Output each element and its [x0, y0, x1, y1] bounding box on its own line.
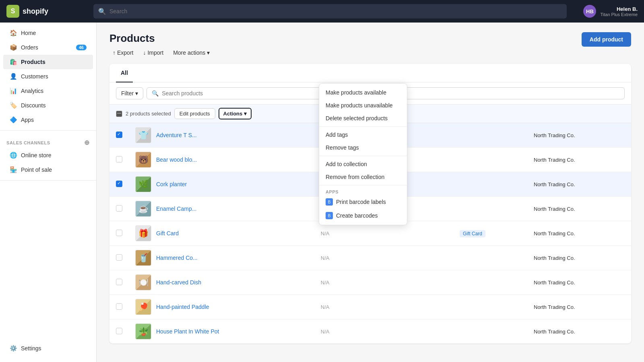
edit-products-button[interactable]: Edit products [174, 108, 215, 119]
vendor-8: North Trading Co. [534, 304, 575, 310]
products-icon: 🛍️ [10, 58, 17, 66]
row-checkbox-7[interactable] [116, 279, 122, 285]
sidebar-channel-label-online-store: Online store [21, 152, 51, 158]
logo[interactable]: S shopify [6, 5, 87, 18]
sidebar-item-point-of-sale[interactable]: 🏪 Point of sale [3, 162, 93, 177]
product-name-8[interactable]: Hand-painted Paddle [156, 304, 209, 310]
stock-na: N/A [321, 329, 330, 335]
create-barcodes-label: Create barcodes [336, 212, 378, 219]
product-info-cell: 👕 Adventure T S... [135, 127, 308, 143]
product-name-9[interactable]: House Plant In White Pot [156, 328, 219, 335]
stock-na: N/A [321, 230, 330, 237]
vendor-5: North Trading Co. [534, 230, 575, 237]
product-name-2[interactable]: Bear wood blo... [156, 156, 197, 163]
filter-button[interactable]: Filter ▾ [116, 87, 143, 99]
main-layout: 🏠 Home 📦 Orders 46 🛍️ Products 👤 Custome… [0, 23, 644, 362]
product-info-cell: 🪴 House Plant In White Pot [135, 323, 308, 339]
row-checkbox-8[interactable] [116, 303, 122, 310]
sidebar-item-online-store[interactable]: 🌐 Online store [3, 148, 93, 162]
filter-label: Filter [121, 90, 134, 97]
row-checkbox-1[interactable] [116, 132, 122, 138]
home-icon: 🏠 [10, 29, 17, 37]
sidebar-item-apps[interactable]: 🔷 Apps [3, 113, 93, 127]
product-name-1[interactable]: Adventure T S... [156, 132, 197, 138]
sidebar-divider-2 [0, 180, 96, 181]
import-button[interactable]: ↓ Import [140, 48, 167, 58]
print-barcode-label: Print barcode labels [336, 199, 386, 205]
product-info-cell: 🌿 Cork planter [135, 176, 308, 192]
orders-badge: 46 [76, 45, 87, 50]
sidebar-item-customers[interactable]: 👤 Customers [3, 69, 93, 84]
actions-dropdown-button[interactable]: Actions ▾ [219, 108, 252, 119]
tab-all[interactable]: All [116, 64, 133, 82]
page-actions: ↑ Export ↓ Import More actions ▾ [109, 48, 213, 58]
dropdown-make-available[interactable]: Make products available [319, 86, 407, 99]
user-menu[interactable]: HB Helen B. Titan Plus Extreme [573, 5, 638, 18]
dropdown-delete[interactable]: Delete selected products [319, 112, 407, 125]
product-name-5[interactable]: Gift Card [156, 230, 179, 237]
table-row: 🪴 House Plant In White Pot N/A North Tra… [109, 319, 631, 344]
product-name-3[interactable]: Cork planter [156, 181, 187, 187]
search-input[interactable] [109, 8, 562, 14]
product-name-6[interactable]: Hammered Co... [156, 255, 198, 261]
vendor-7: North Trading Co. [534, 280, 575, 286]
product-thumbnail-5: 🎁 [135, 225, 151, 241]
dropdown-remove-tags[interactable]: Remove tags [319, 141, 407, 154]
table-row: 🏓 Hand-painted Paddle N/A North Trading … [109, 295, 631, 319]
product-name-4[interactable]: Enamel Camp... [156, 206, 196, 212]
product-info-cell: 🎁 Gift Card [135, 225, 308, 241]
row-checkbox-6[interactable] [116, 254, 122, 261]
user-store: Titan Plus Extreme [600, 12, 638, 17]
sidebar-bottom: ⚙️ Settings [0, 341, 96, 359]
dropdown-create-barcodes[interactable]: B Create barcodes [319, 209, 407, 222]
export-button[interactable]: ↑ Export [109, 48, 136, 58]
more-actions-chevron-icon: ▾ [207, 49, 210, 56]
dropdown-print-barcode[interactable]: B Print barcode labels [319, 195, 407, 209]
orders-icon: 📦 [10, 44, 17, 51]
user-name: Helen B. [600, 6, 638, 12]
export-icon: ↑ [113, 49, 116, 56]
add-product-button[interactable]: Add product [582, 32, 631, 47]
product-info-cell: 🥤 Hammered Co... [135, 250, 308, 266]
master-checkbox[interactable] [116, 111, 122, 117]
product-info-cell: 🍽️ Hand-carved Dish [135, 274, 308, 290]
dropdown-remove-collection[interactable]: Remove from collection [319, 171, 407, 183]
sidebar-item-settings[interactable]: ⚙️ Settings [3, 341, 93, 356]
search-bar[interactable]: 🔍 [93, 4, 567, 19]
apps-icon: 🔷 [10, 116, 17, 123]
stock-na: N/A [321, 304, 330, 310]
product-name-7[interactable]: Hand-carved Dish [156, 279, 201, 286]
sales-channels-section: SALES CHANNELS ⊕ [0, 134, 96, 148]
more-actions-button[interactable]: More actions ▾ [170, 48, 213, 58]
row-checkbox-2[interactable] [116, 156, 122, 162]
dropdown-add-collection[interactable]: Add to collection [319, 158, 407, 171]
dropdown-make-unavailable[interactable]: Make products unavailable [319, 99, 407, 112]
user-info: Helen B. Titan Plus Extreme [600, 6, 638, 17]
row-checkbox-9[interactable] [116, 328, 122, 334]
sidebar-item-orders[interactable]: 📦 Orders 46 [3, 40, 93, 55]
sidebar: 🏠 Home 📦 Orders 46 🛍️ Products 👤 Custome… [0, 23, 97, 362]
product-thumbnail-2: 🐻 [135, 152, 151, 168]
dropdown-add-tags[interactable]: Add tags [319, 128, 407, 141]
sidebar-item-analytics[interactable]: 📊 Analytics [3, 84, 93, 98]
sidebar-item-products[interactable]: 🛍️ Products [3, 55, 93, 69]
product-thumbnail-1: 👕 [135, 127, 151, 143]
topnav: S shopify 🔍 HB Helen B. Titan Plus Extre… [0, 0, 644, 23]
search-products-icon: 🔍 [152, 90, 159, 97]
product-thumbnail-4: ☕ [135, 201, 151, 217]
row-checkbox-4[interactable] [116, 205, 122, 212]
actions-dropdown-menu: Make products available Make products un… [319, 83, 407, 225]
sidebar-item-discounts[interactable]: 🏷️ Discounts [3, 98, 93, 113]
row-checkbox-5[interactable] [116, 230, 122, 236]
dropdown-separator-3 [319, 185, 407, 185]
search-icon: 🔍 [98, 8, 106, 15]
add-sales-channel-icon[interactable]: ⊕ [84, 139, 90, 146]
filter-chevron-icon: ▾ [135, 90, 138, 97]
product-info-cell: 🐻 Bear wood blo... [135, 152, 308, 168]
row-checkbox-3[interactable] [116, 181, 122, 187]
sidebar-item-home[interactable]: 🏠 Home [3, 26, 93, 40]
sidebar-item-label-apps: Apps [21, 117, 34, 123]
settings-label: Settings [21, 345, 41, 352]
vendor-3: North Trading Co. [534, 181, 575, 187]
vendor-4: North Trading Co. [534, 206, 575, 212]
